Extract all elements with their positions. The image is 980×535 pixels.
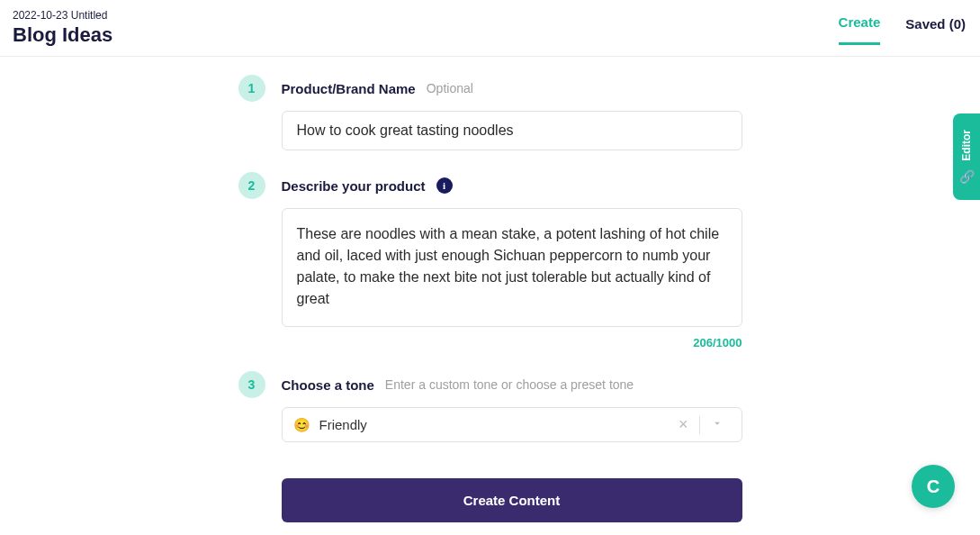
- step-number-2: 2: [238, 172, 265, 199]
- form-content: 1 Product/Brand Name Optional 2 Describe…: [238, 75, 742, 522]
- tab-create[interactable]: Create: [839, 14, 881, 45]
- step-3-label: Choose a tone: [282, 377, 374, 393]
- tone-value: Friendly: [319, 417, 668, 432]
- step-1: 1 Product/Brand Name Optional: [238, 75, 742, 102]
- document-date: 2022-10-23 Untitled: [13, 9, 112, 22]
- tab-saved[interactable]: Saved (0): [905, 16, 966, 44]
- page-title: Blog Ideas: [13, 23, 112, 47]
- link-icon: 🔗: [959, 169, 975, 184]
- optional-label: Optional: [427, 81, 473, 95]
- step-1-label: Product/Brand Name: [282, 81, 416, 96]
- step-2-header: Describe your product i: [282, 172, 453, 199]
- character-counter: 206/1000: [282, 336, 742, 349]
- clear-icon[interactable]: ×: [668, 415, 699, 434]
- tone-hint: Enter a custom tone or choose a preset t…: [385, 377, 634, 392]
- tone-emoji-icon: 😊: [293, 417, 310, 433]
- step-3-header: Choose a tone Enter a custom tone or cho…: [282, 371, 634, 398]
- step-2: 2 Describe your product i: [238, 172, 742, 199]
- product-description-input[interactable]: [282, 208, 742, 327]
- help-fab-button[interactable]: C: [912, 465, 955, 508]
- step-1-header: Product/Brand Name Optional: [282, 75, 473, 102]
- step-2-field: 206/1000: [282, 208, 742, 349]
- header-tabs: Create Saved (0): [839, 9, 966, 45]
- tone-select[interactable]: 😊 Friendly ×: [282, 407, 742, 442]
- product-name-input[interactable]: [282, 111, 742, 150]
- editor-tab-label: Editor: [960, 130, 973, 161]
- info-icon[interactable]: i: [436, 177, 453, 194]
- page-header: 2022-10-23 Untitled Blog Ideas Create Sa…: [0, 0, 980, 57]
- header-left: 2022-10-23 Untitled Blog Ideas: [13, 9, 112, 47]
- create-content-button[interactable]: Create Content: [282, 478, 742, 522]
- step-3: 3 Choose a tone Enter a custom tone or c…: [238, 371, 742, 398]
- editor-side-tab[interactable]: Editor 🔗: [953, 113, 980, 200]
- step-3-field: 😊 Friendly × Create Content: [282, 407, 742, 522]
- step-number-1: 1: [238, 75, 265, 102]
- step-2-label: Describe your product: [282, 178, 426, 194]
- chevron-down-icon[interactable]: [700, 417, 731, 433]
- step-number-3: 3: [238, 371, 265, 398]
- step-1-field: [282, 111, 742, 150]
